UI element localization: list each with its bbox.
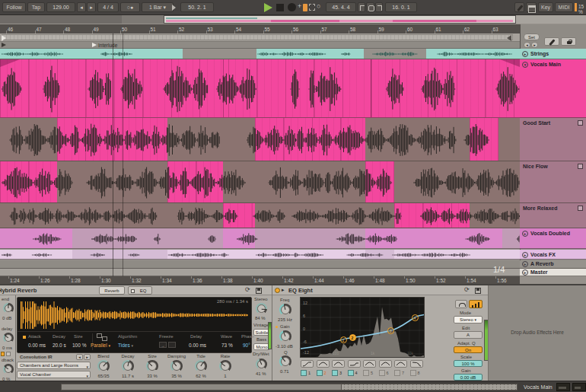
track-header-good-start[interactable]: Good Start <box>520 118 586 161</box>
lane-audition-button[interactable] <box>578 120 583 126</box>
hot-swap-icon[interactable]: ⟳ <box>464 286 470 293</box>
scale-field[interactable]: 100 % <box>454 360 482 367</box>
overview-view-window[interactable] <box>164 15 516 24</box>
track-header-master[interactable]: ▸Master <box>520 269 586 276</box>
attack-value[interactable]: 0.00 ms <box>28 343 46 348</box>
band-4-filter-type[interactable] <box>348 360 361 368</box>
track-lane-a-reverb[interactable] <box>0 260 520 269</box>
hr-knob-value[interactable]: 65/35 <box>93 374 114 378</box>
size-value[interactable]: 100 % <box>72 343 86 348</box>
hr-knob-damping[interactable] <box>170 360 183 372</box>
device-scroll-handle[interactable] <box>341 384 518 390</box>
eq-graph[interactable]: 1260-6-121001k10k1234 <box>300 297 425 358</box>
lane-audition-button[interactable] <box>578 164 583 169</box>
band-6-activator[interactable] <box>379 370 385 376</box>
overdub-button[interactable]: + <box>298 2 301 10</box>
device-title-bar[interactable]: ▸ EQ Eight ⟳ <box>272 285 488 295</box>
tempo-field[interactable]: 129.00 <box>46 2 75 12</box>
play-start-marker-icon[interactable] <box>2 35 6 41</box>
track-lane-master[interactable] <box>0 269 520 276</box>
nudge-down-button[interactable]: ◂ <box>77 2 86 12</box>
track-lane-strings[interactable] <box>0 49 520 59</box>
freeze-in-button[interactable]: → <box>159 342 167 348</box>
band-6-filter-type[interactable] <box>379 360 392 368</box>
band-5-activator[interactable] <box>363 370 369 376</box>
midi-map-button[interactable]: MIDI <box>555 2 573 12</box>
hr-delay-value[interactable]: 0.00 ms <box>189 343 206 348</box>
follow-button[interactable]: Follow <box>2 2 26 12</box>
play-button[interactable] <box>264 3 272 12</box>
hot-swap-icon[interactable]: ⟳ <box>245 286 250 293</box>
stereo-value[interactable]: 84 % <box>255 316 266 320</box>
tap-tempo-button[interactable]: Tap <box>27 2 45 12</box>
hr-knob-tide[interactable] <box>195 360 207 372</box>
track-lane-vocals-main[interactable] <box>0 59 520 118</box>
loop-brace[interactable] <box>2 34 513 40</box>
routing-value[interactable]: Parallel ▾ <box>91 343 110 348</box>
draw-mode-button[interactable] <box>514 2 524 12</box>
arrangement-overview[interactable] <box>0 15 586 24</box>
edit-ab-button[interactable]: A <box>454 331 482 339</box>
band-3-filter-type[interactable] <box>332 360 345 368</box>
q-value[interactable]: 0.71 <box>280 369 289 374</box>
eq-band-node-1[interactable]: 1 <box>340 336 347 343</box>
tab-eq[interactable]: EQ <box>128 286 152 295</box>
drywet-value[interactable]: 41 % <box>256 371 266 376</box>
device-drop-zone[interactable]: Drop Audio Effects Here <box>489 285 586 381</box>
prev-locator-button[interactable]: ◂ <box>524 42 530 48</box>
unfold-track-icon[interactable]: ▸ <box>522 231 528 237</box>
capture-midi-button[interactable]: ○ <box>317 2 320 10</box>
ir-next-button[interactable]: ▸ <box>84 354 91 360</box>
key-map-button[interactable]: Key <box>538 2 553 12</box>
beat-time-ruler[interactable]: 46474849505152535455565758596061626364 <box>0 24 520 33</box>
track-lane-nice-flow[interactable] <box>0 161 520 203</box>
lane-audition-button[interactable] <box>578 206 583 211</box>
record-button[interactable] <box>288 3 296 11</box>
locator-row[interactable]: Interlude <box>0 42 520 49</box>
freeze-button[interactable] <box>168 342 176 348</box>
time-ruler[interactable]: 1:241:261:281:301:321:341:361:381:401:42… <box>0 276 520 284</box>
freq-knob[interactable] <box>279 304 291 316</box>
track-header-vocals-main[interactable]: ▾Vocals Main <box>520 59 586 118</box>
band-3-activator[interactable] <box>332 370 338 376</box>
band-8-filter-type[interactable] <box>410 360 423 368</box>
automation-arm-button[interactable] <box>303 4 307 11</box>
device-activator-led[interactable] <box>275 288 280 293</box>
band-4-activator[interactable] <box>348 370 354 376</box>
adapt-q-button[interactable]: On <box>454 346 482 353</box>
track-header-nice-flow[interactable]: Nice Flow <box>520 161 586 203</box>
hr-knob-value[interactable]: 33 % <box>142 374 163 378</box>
hr-knob-value[interactable]: 1 <box>215 374 236 378</box>
hr-knob-value[interactable]: 35 % <box>166 374 187 378</box>
freq-value[interactable]: 235 Hz <box>278 317 292 322</box>
ir-file-select[interactable]: Vocal Chamber ▾ <box>17 371 91 378</box>
track-lane-more-relaxed[interactable] <box>0 203 520 228</box>
output-gain-field[interactable]: 0.00 dB <box>454 374 482 381</box>
eq-band-node-4[interactable]: 4 <box>412 314 419 321</box>
scrub-area[interactable] <box>0 33 520 42</box>
gain-knob[interactable] <box>279 330 291 343</box>
unfold-track-icon[interactable]: ▸ <box>522 261 528 267</box>
band-1-filter-type[interactable] <box>301 360 314 368</box>
hr-knob-rate[interactable] <box>219 360 231 372</box>
wave-value[interactable]: 73 % <box>221 343 233 348</box>
computer-midi-keyboard-button[interactable] <box>526 2 537 12</box>
track-lane-vocals-doubled[interactable] <box>0 228 520 249</box>
tab-reverb[interactable]: Reverb <box>99 286 125 295</box>
session-record-button[interactable] <box>309 4 315 11</box>
stereo-knob[interactable] <box>256 303 267 314</box>
loop-end-marker-icon[interactable] <box>507 35 511 41</box>
draw-automation-button[interactable] <box>544 37 559 46</box>
save-preset-icon[interactable] <box>475 288 481 294</box>
band-2-activator[interactable] <box>317 370 323 376</box>
spectrum-on-button[interactable] <box>469 300 482 308</box>
next-locator-button[interactable]: ▸ <box>531 42 538 48</box>
unfold-track-icon[interactable]: ▸ <box>522 269 528 276</box>
stop-button[interactable] <box>276 4 284 11</box>
q-knob[interactable] <box>279 355 291 368</box>
hr-knob-value[interactable]: 62 % <box>190 374 212 378</box>
nudge-up-button[interactable]: ▸ <box>87 2 96 12</box>
fade-out-handle[interactable] <box>500 59 520 67</box>
ir-category-select[interactable]: Chambers and Large Rooms ▾ <box>17 362 91 369</box>
start-locator-icon[interactable] <box>2 43 6 47</box>
